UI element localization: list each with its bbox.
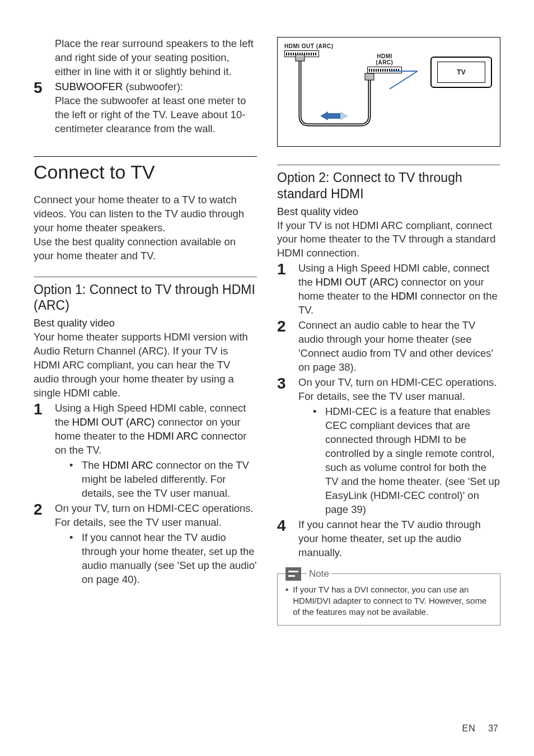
- diagram-label-hdmi-out: HDMI OUT (ARC): [284, 43, 493, 49]
- step-number: 1: [34, 402, 48, 501]
- bullet-dot: •: [313, 405, 320, 517]
- text: On your TV, turn on HDMI-CEC operations.…: [298, 376, 497, 402]
- step-number: 2: [34, 502, 48, 587]
- subwoofer-body: Place the subwoofer at least one meter t…: [55, 95, 246, 134]
- bullet-text: The HDMI ARC connector on the TV might b…: [82, 459, 257, 501]
- option-2-step-2: 2 Connect an audio cable to hear the TV …: [277, 319, 500, 375]
- text: On your TV, turn on HDMI-CEC operations.…: [55, 502, 254, 528]
- step-body: On your TV, turn on HDMI-CEC operations.…: [298, 376, 500, 517]
- step-body: If you cannot hear the TV audio through …: [298, 518, 500, 560]
- bullet-dot: •: [69, 531, 76, 587]
- heading-connect-to-tv: Connect to TV: [34, 156, 257, 183]
- arrow-icon: [320, 111, 348, 120]
- text-bold: HDMI OUT (ARC): [316, 276, 399, 288]
- option-2-step-4: 4 If you cannot hear the TV audio throug…: [277, 518, 500, 560]
- intro-para-2: Use the best quality connection availabl…: [34, 235, 257, 263]
- bullet-text: HDMI-CEC is a feature that enables CEC c…: [325, 405, 500, 517]
- bullet-dot: •: [285, 584, 288, 618]
- option-1-step-1: 1 Using a High Speed HDMI cable, connect…: [34, 402, 257, 501]
- step-body: SUBWOOFER (subwoofer): Place the subwoof…: [55, 80, 257, 136]
- right-column: HDMI OUT (ARC) HDMI (ARC) TV: [277, 37, 500, 626]
- bullet: • HDMI-CEC is a feature that enables CEC…: [298, 405, 500, 517]
- step-number: 3: [277, 376, 292, 517]
- heading-option-2: Option 2: Connect to TV through standard…: [277, 165, 500, 202]
- option-1-step-2: 2 On your TV, turn on HDMI-CEC operation…: [34, 502, 257, 587]
- footer-page-number: 37: [488, 724, 498, 733]
- note-title: Note: [307, 568, 331, 580]
- bullet: • The HDMI ARC connector on the TV might…: [55, 459, 257, 501]
- svg-rect-1: [365, 73, 374, 80]
- note-box: Note • If your TV has a DVI connector, y…: [277, 573, 500, 626]
- subheading-best-quality-1: Best quality video: [34, 317, 257, 329]
- callout-line-icon: [390, 67, 429, 95]
- option-2-paragraph: If your TV is not HDMI ARC compliant, co…: [277, 219, 500, 261]
- step-body: Connect an audio cable to hear the TV au…: [298, 319, 500, 375]
- text-bold: HDMI OUT (ARC): [72, 416, 155, 428]
- step-number: 5: [34, 80, 48, 136]
- step-number: 1: [277, 262, 292, 318]
- page: Place the rear surround speakers to the …: [0, 0, 534, 648]
- subwoofer-label: SUBWOOFER: [55, 81, 123, 92]
- left-column: Place the rear surround speakers to the …: [34, 37, 257, 626]
- heading-option-1: Option 1: Connect to TV through HDMI (AR…: [34, 277, 257, 314]
- note-text: If your TV has a DVI connector, you can …: [293, 584, 492, 618]
- text-bold: HDMI: [391, 290, 418, 302]
- footer-language: EN: [462, 724, 476, 733]
- tv-label: TV: [437, 62, 485, 83]
- step-body: Using a High Speed HDMI cable, connect t…: [55, 402, 257, 501]
- text-bold: HDMI ARC: [148, 430, 198, 442]
- bullet-text: If you cannot hear the TV audio through …: [82, 531, 257, 587]
- subwoofer-paren: (subwoofer):: [125, 81, 183, 92]
- bullet-dot: •: [69, 459, 76, 501]
- option-2-step-3: 3 On your TV, turn on HDMI-CEC operation…: [277, 376, 500, 517]
- note-header: Note: [285, 567, 492, 581]
- note-bullet: • If your TV has a DVI connector, you ca…: [285, 584, 492, 618]
- connection-diagram: HDMI OUT (ARC) HDMI (ARC) TV: [277, 37, 500, 147]
- step-body: On your TV, turn on HDMI-CEC operations.…: [55, 502, 257, 587]
- tv-box-icon: TV: [430, 57, 492, 88]
- step-number: 2: [277, 319, 292, 375]
- svg-rect-0: [296, 54, 305, 61]
- step-5: 5 SUBWOOFER (subwoofer): Place the subwo…: [34, 80, 257, 136]
- note-icon: [285, 567, 301, 581]
- speaker-placement-paragraph: Place the rear surround speakers to the …: [34, 37, 257, 79]
- text-bold: HDMI ARC: [102, 459, 153, 471]
- page-footer: EN 37: [462, 724, 498, 734]
- step-number: 4: [277, 518, 292, 560]
- text: The: [82, 459, 102, 471]
- step-body: Using a High Speed HDMI cable, connect t…: [298, 262, 500, 318]
- subheading-best-quality-2: Best quality video: [277, 206, 500, 218]
- bullet: • If you cannot hear the TV audio throug…: [55, 531, 257, 587]
- option-1-paragraph: Your home theater supports HDMI version …: [34, 330, 257, 400]
- intro-para-1: Connect your home theater to a TV to wat…: [34, 193, 257, 235]
- option-2-step-1: 1 Using a High Speed HDMI cable, connect…: [277, 262, 500, 318]
